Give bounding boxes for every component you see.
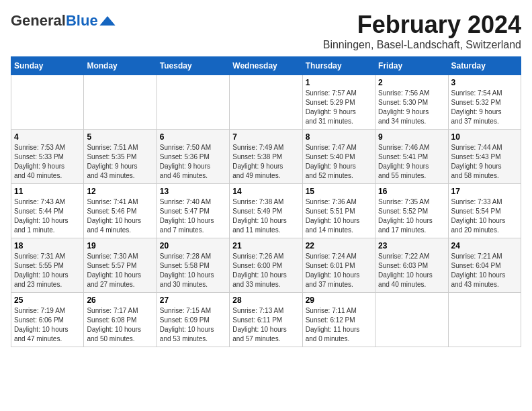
calendar-cell: 20Sunrise: 7:28 AM Sunset: 5:58 PM Dayli… xyxy=(157,238,229,293)
calendar-week-row: 1Sunrise: 7:57 AM Sunset: 5:29 PM Daylig… xyxy=(11,75,521,130)
day-info: Sunrise: 7:53 AM Sunset: 5:33 PM Dayligh… xyxy=(14,143,81,181)
calendar-cell: 5Sunrise: 7:51 AM Sunset: 5:35 PM Daylig… xyxy=(84,130,157,184)
day-number: 4 xyxy=(14,132,81,142)
day-number: 18 xyxy=(14,241,81,250)
calendar-cell: 9Sunrise: 7:46 AM Sunset: 5:41 PM Daylig… xyxy=(375,130,448,184)
day-info: Sunrise: 7:46 AM Sunset: 5:41 PM Dayligh… xyxy=(378,143,445,181)
title-section: February 2024 Binningen, Basel-Landschaf… xyxy=(323,11,521,51)
calendar-cell: 2Sunrise: 7:56 AM Sunset: 5:30 PM Daylig… xyxy=(375,75,448,130)
calendar-cell: 1Sunrise: 7:57 AM Sunset: 5:29 PM Daylig… xyxy=(302,75,375,130)
day-info: Sunrise: 7:13 AM Sunset: 6:11 PM Dayligh… xyxy=(232,306,299,344)
day-number: 27 xyxy=(160,295,226,305)
header-cell-thursday: Thursday xyxy=(302,57,375,75)
calendar-cell xyxy=(157,75,229,130)
day-number: 5 xyxy=(87,132,153,142)
calendar-cell: 3Sunrise: 7:54 AM Sunset: 5:32 PM Daylig… xyxy=(448,75,521,130)
header-cell-friday: Friday xyxy=(375,57,448,75)
day-number: 25 xyxy=(14,295,81,305)
day-info: Sunrise: 7:35 AM Sunset: 5:52 PM Dayligh… xyxy=(378,197,445,235)
day-number: 12 xyxy=(87,187,153,196)
day-number: 15 xyxy=(306,187,372,196)
day-number: 19 xyxy=(87,241,153,250)
calendar-cell: 12Sunrise: 7:41 AM Sunset: 5:46 PM Dayli… xyxy=(84,184,157,238)
calendar-cell: 22Sunrise: 7:24 AM Sunset: 6:01 PM Dayli… xyxy=(302,238,375,293)
calendar-cell xyxy=(84,75,157,130)
calendar-week-row: 11Sunrise: 7:43 AM Sunset: 5:44 PM Dayli… xyxy=(11,184,521,238)
day-number: 23 xyxy=(378,241,445,250)
calendar-cell: 7Sunrise: 7:49 AM Sunset: 5:38 PM Daylig… xyxy=(230,130,302,184)
subtitle: Binningen, Basel-Landschaft, Switzerland xyxy=(323,39,521,51)
day-number: 8 xyxy=(306,132,372,142)
day-info: Sunrise: 7:47 AM Sunset: 5:40 PM Dayligh… xyxy=(306,143,372,181)
day-number: 22 xyxy=(306,241,372,250)
day-info: Sunrise: 7:22 AM Sunset: 6:03 PM Dayligh… xyxy=(378,252,445,289)
day-info: Sunrise: 7:31 AM Sunset: 5:55 PM Dayligh… xyxy=(14,252,81,289)
calendar-week-row: 25Sunrise: 7:19 AM Sunset: 6:06 PM Dayli… xyxy=(11,293,521,347)
day-number: 6 xyxy=(160,132,226,142)
logo-blue: Blue xyxy=(66,12,98,29)
day-info: Sunrise: 7:43 AM Sunset: 5:44 PM Dayligh… xyxy=(14,197,81,235)
calendar-cell: 14Sunrise: 7:38 AM Sunset: 5:49 PM Dayli… xyxy=(230,184,302,238)
day-number: 28 xyxy=(232,295,299,305)
calendar-cell: 25Sunrise: 7:19 AM Sunset: 6:06 PM Dayli… xyxy=(11,293,84,347)
calendar-cell: 6Sunrise: 7:50 AM Sunset: 5:36 PM Daylig… xyxy=(157,130,229,184)
day-info: Sunrise: 7:40 AM Sunset: 5:47 PM Dayligh… xyxy=(160,197,226,235)
day-info: Sunrise: 7:30 AM Sunset: 5:57 PM Dayligh… xyxy=(87,252,153,289)
calendar-cell: 4Sunrise: 7:53 AM Sunset: 5:33 PM Daylig… xyxy=(11,130,84,184)
calendar-cell: 24Sunrise: 7:21 AM Sunset: 6:04 PM Dayli… xyxy=(448,238,521,293)
calendar-cell: 19Sunrise: 7:30 AM Sunset: 5:57 PM Dayli… xyxy=(84,238,157,293)
day-info: Sunrise: 7:49 AM Sunset: 5:38 PM Dayligh… xyxy=(232,143,299,181)
logo: GeneralBlue xyxy=(11,13,116,28)
calendar-table: SundayMondayTuesdayWednesdayThursdayFrid… xyxy=(11,56,521,347)
calendar-cell: 23Sunrise: 7:22 AM Sunset: 6:03 PM Dayli… xyxy=(375,238,448,293)
calendar-cell: 29Sunrise: 7:11 AM Sunset: 6:12 PM Dayli… xyxy=(302,293,375,347)
calendar-cell: 10Sunrise: 7:44 AM Sunset: 5:43 PM Dayli… xyxy=(448,130,521,184)
day-info: Sunrise: 7:17 AM Sunset: 6:08 PM Dayligh… xyxy=(87,306,153,344)
day-info: Sunrise: 7:19 AM Sunset: 6:06 PM Dayligh… xyxy=(14,306,81,344)
main-title: February 2024 xyxy=(323,11,521,39)
calendar-cell xyxy=(230,75,302,130)
day-number: 20 xyxy=(160,241,226,250)
day-number: 2 xyxy=(378,78,445,87)
logo-general: General xyxy=(11,12,66,29)
day-number: 10 xyxy=(451,132,518,142)
day-info: Sunrise: 7:38 AM Sunset: 5:49 PM Dayligh… xyxy=(232,197,299,235)
header-cell-sunday: Sunday xyxy=(11,57,84,75)
day-number: 7 xyxy=(232,132,299,142)
calendar-header-row: SundayMondayTuesdayWednesdayThursdayFrid… xyxy=(11,57,521,75)
calendar-cell xyxy=(448,293,521,347)
calendar-cell xyxy=(11,75,84,130)
day-number: 16 xyxy=(378,187,445,196)
calendar-cell: 16Sunrise: 7:35 AM Sunset: 5:52 PM Dayli… xyxy=(375,184,448,238)
day-info: Sunrise: 7:54 AM Sunset: 5:32 PM Dayligh… xyxy=(451,89,518,126)
day-number: 13 xyxy=(160,187,226,196)
calendar-cell: 18Sunrise: 7:31 AM Sunset: 5:55 PM Dayli… xyxy=(11,238,84,293)
day-info: Sunrise: 7:50 AM Sunset: 5:36 PM Dayligh… xyxy=(160,143,226,181)
calendar-week-row: 18Sunrise: 7:31 AM Sunset: 5:55 PM Dayli… xyxy=(11,238,521,293)
day-number: 9 xyxy=(378,132,445,142)
logo-icon xyxy=(99,16,116,26)
calendar-cell: 17Sunrise: 7:33 AM Sunset: 5:54 PM Dayli… xyxy=(448,184,521,238)
day-info: Sunrise: 7:15 AM Sunset: 6:09 PM Dayligh… xyxy=(160,306,226,344)
day-number: 11 xyxy=(14,187,81,196)
day-info: Sunrise: 7:11 AM Sunset: 6:12 PM Dayligh… xyxy=(306,306,372,344)
calendar-cell: 28Sunrise: 7:13 AM Sunset: 6:11 PM Dayli… xyxy=(230,293,302,347)
day-number: 24 xyxy=(451,241,518,250)
calendar-cell: 26Sunrise: 7:17 AM Sunset: 6:08 PM Dayli… xyxy=(84,293,157,347)
calendar-cell: 27Sunrise: 7:15 AM Sunset: 6:09 PM Dayli… xyxy=(157,293,229,347)
calendar-cell: 13Sunrise: 7:40 AM Sunset: 5:47 PM Dayli… xyxy=(157,184,229,238)
day-info: Sunrise: 7:28 AM Sunset: 5:58 PM Dayligh… xyxy=(160,252,226,289)
day-info: Sunrise: 7:24 AM Sunset: 6:01 PM Dayligh… xyxy=(306,252,372,289)
day-info: Sunrise: 7:44 AM Sunset: 5:43 PM Dayligh… xyxy=(451,143,518,181)
calendar-week-row: 4Sunrise: 7:53 AM Sunset: 5:33 PM Daylig… xyxy=(11,130,521,184)
day-info: Sunrise: 7:36 AM Sunset: 5:51 PM Dayligh… xyxy=(306,197,372,235)
day-number: 1 xyxy=(306,78,372,87)
day-info: Sunrise: 7:41 AM Sunset: 5:46 PM Dayligh… xyxy=(87,197,153,235)
calendar-cell: 8Sunrise: 7:47 AM Sunset: 5:40 PM Daylig… xyxy=(302,130,375,184)
calendar-cell: 21Sunrise: 7:26 AM Sunset: 6:00 PM Dayli… xyxy=(230,238,302,293)
header-cell-saturday: Saturday xyxy=(448,57,521,75)
day-number: 21 xyxy=(232,241,299,250)
svg-marker-0 xyxy=(99,16,115,26)
header-cell-monday: Monday xyxy=(84,57,157,75)
day-number: 26 xyxy=(87,295,153,305)
